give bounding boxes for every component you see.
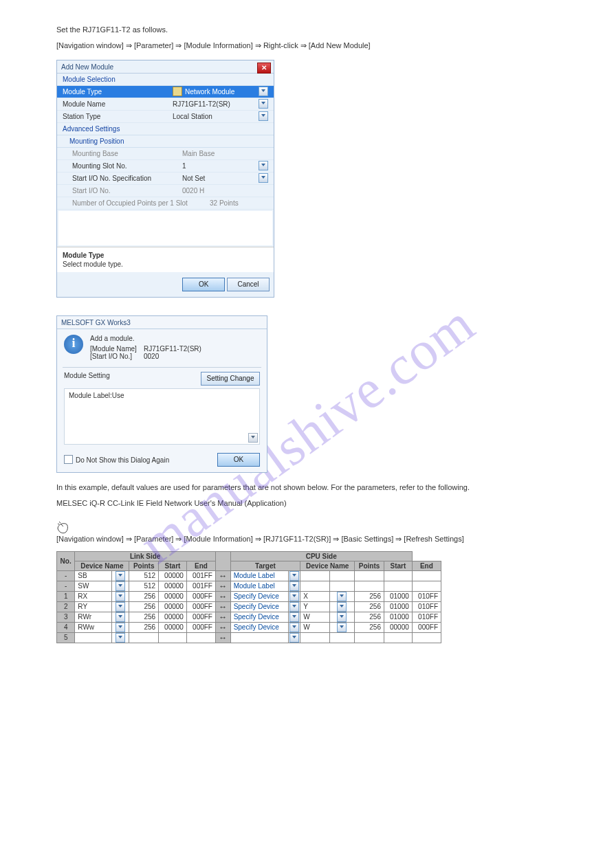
description-panel: Module Type Select module type.	[57, 247, 274, 272]
module-type-label: Module Type	[63, 88, 173, 96]
station-type-value: Local Station	[173, 113, 259, 120]
module-type-row[interactable]: Module Type Network Module	[57, 86, 274, 98]
chevron-down-icon[interactable]	[259, 99, 268, 109]
col-end-2: End	[412, 561, 441, 570]
module-selection-heading: Module Selection	[57, 74, 274, 86]
col-target: Target	[230, 561, 300, 570]
transfer-arrow-icon: ↔	[215, 591, 230, 601]
info-text: Add a module. [Module Name]RJ71GF11-T2(S…	[90, 335, 201, 360]
dialog-title: MELSOFT GX Works3	[61, 319, 131, 326]
dialog-titlebar: Add New Module ✕	[57, 60, 274, 74]
chevron-down-icon[interactable]	[329, 581, 354, 591]
intro-2: [Navigation window] ⇒ [Parameter] ⇒ [Mod…	[56, 41, 558, 51]
cancel-button[interactable]: Cancel	[227, 278, 270, 291]
chevron-down-icon[interactable]	[289, 612, 300, 622]
chevron-down-icon[interactable]	[329, 612, 354, 622]
module-name-value: RJ71GF11-T2(SR)	[173, 100, 259, 108]
transfer-arrow-icon: ↔	[215, 601, 230, 612]
transfer-arrow-icon: ↔	[215, 632, 230, 643]
chevron-down-icon[interactable]	[111, 632, 129, 643]
chevron-down-icon[interactable]	[329, 591, 354, 601]
transfer-arrow-icon: ↔	[215, 612, 230, 622]
chevron-down-icon[interactable]	[289, 581, 300, 591]
chevron-down-icon[interactable]	[248, 433, 258, 443]
description-text: Select module type.	[63, 260, 268, 268]
table-row: 3RWr25600000000FF↔Specify DeviceW2560100…	[57, 612, 441, 622]
confirm-dialog: MELSOFT GX Works3 Add a module. [Module …	[56, 315, 267, 473]
module-setting-label: Module Setting	[64, 372, 110, 386]
chevron-down-icon[interactable]	[259, 173, 268, 183]
col-end: End	[186, 561, 215, 570]
chevron-down-icon[interactable]	[259, 111, 268, 121]
start-io-spec-label: Start I/O No. Specification	[63, 175, 182, 182]
chevron-down-icon[interactable]	[329, 570, 354, 581]
table-row: 4RWw25600000000FF↔Specify DeviceW2560000…	[57, 622, 441, 632]
chevron-down-icon[interactable]	[289, 570, 300, 581]
chevron-down-icon[interactable]	[111, 601, 129, 612]
col-start-2: Start	[384, 561, 413, 570]
mounting-slot-row[interactable]: Mounting Slot No. 1	[57, 160, 274, 173]
col-devicename: Device Name	[75, 561, 129, 570]
refresh-settings-table: No. Link Side CPU Side Device Name Point…	[56, 551, 441, 643]
col-points-2: Points	[355, 561, 384, 570]
mounting-base-label: Mounting Base	[63, 150, 182, 157]
dont-show-checkbox[interactable]: Do Not Show this Dialog Again	[64, 455, 169, 464]
close-icon[interactable]: ✕	[257, 63, 271, 74]
confirm-l1-key: [Module Name]	[90, 345, 144, 353]
chevron-down-icon[interactable]	[111, 622, 129, 632]
start-io-value: 0020 H	[182, 187, 268, 194]
confirm-l1-val: RJ71GF11-T2(SR)	[144, 345, 201, 353]
chevron-down-icon[interactable]	[289, 601, 300, 612]
ok-button[interactable]: OK	[182, 278, 225, 291]
mounting-position-heading: Mounting Position	[57, 135, 274, 148]
dialog-title: Add New Module	[61, 63, 113, 71]
chevron-down-icon[interactable]	[289, 632, 300, 643]
blank-area	[58, 211, 272, 245]
advanced-settings-heading: Advanced Settings	[57, 123, 274, 135]
chevron-down-icon[interactable]	[289, 622, 300, 632]
confirm-heading: Add a module.	[90, 335, 201, 342]
setting-change-button[interactable]: Setting Change	[201, 372, 260, 386]
chevron-down-icon[interactable]	[289, 591, 300, 601]
col-start: Start	[159, 561, 187, 570]
table-row: -SW51200000001FF↔Module Label	[57, 581, 441, 591]
transfer-arrow-icon: ↔	[215, 622, 230, 632]
mouse-click-icon	[56, 522, 74, 534]
col-devicename-2: Device Name	[300, 561, 355, 570]
chevron-down-icon[interactable]	[329, 601, 354, 612]
col-points: Points	[129, 561, 159, 570]
col-no: No.	[57, 551, 75, 570]
mounting-base-value: Main Base	[182, 150, 268, 157]
module-name-row[interactable]: Module Name RJ71GF11-T2(SR)	[57, 98, 274, 111]
chevron-down-icon[interactable]	[329, 622, 354, 632]
confirm-l2-val: 0020	[144, 353, 159, 360]
add-module-dialog: Add New Module ✕ Module Selection Module…	[56, 60, 274, 298]
station-type-row[interactable]: Station Type Local Station	[57, 111, 274, 123]
info-icon	[64, 335, 83, 354]
start-io-spec-row[interactable]: Start I/O No. Specification Not Set	[57, 173, 274, 185]
intro-1: Set the RJ71GF11-T2 as follows.	[56, 25, 558, 35]
station-type-label: Station Type	[63, 113, 173, 120]
module-name-label: Module Name	[63, 100, 173, 108]
confirm-l2-key: [Start I/O No.]	[90, 353, 144, 360]
after-1: In this example, default values are used…	[56, 482, 558, 493]
after-2: MELSEC iQ-R CC-Link IE Field Network Use…	[56, 498, 558, 509]
chevron-down-icon[interactable]	[259, 161, 268, 170]
chevron-down-icon[interactable]	[111, 591, 129, 601]
occ-points-value: 32 Points	[210, 199, 268, 207]
module-setting-list[interactable]: Module Label:Use	[64, 388, 260, 445]
chevron-down-icon[interactable]	[111, 581, 129, 591]
dialog-titlebar: MELSOFT GX Works3	[57, 316, 267, 329]
chevron-down-icon[interactable]	[329, 632, 354, 643]
button-bar: OK Cancel	[57, 272, 274, 297]
transfer-arrow-icon: ↔	[215, 581, 230, 591]
chevron-down-icon[interactable]	[111, 570, 129, 581]
chevron-down-icon[interactable]	[111, 612, 129, 622]
occ-points-row: Number of Occupied Points per 1 Slot 32 …	[57, 197, 274, 210]
ok-button[interactable]: OK	[217, 453, 260, 467]
dont-show-label: Do Not Show this Dialog Again	[76, 456, 169, 464]
table-row: 2RY25600000000FF↔Specify DeviceY25601000…	[57, 601, 441, 612]
network-module-icon	[173, 87, 182, 96]
chevron-down-icon[interactable]	[259, 87, 268, 96]
transfer-arrow-icon: ↔	[215, 570, 230, 581]
